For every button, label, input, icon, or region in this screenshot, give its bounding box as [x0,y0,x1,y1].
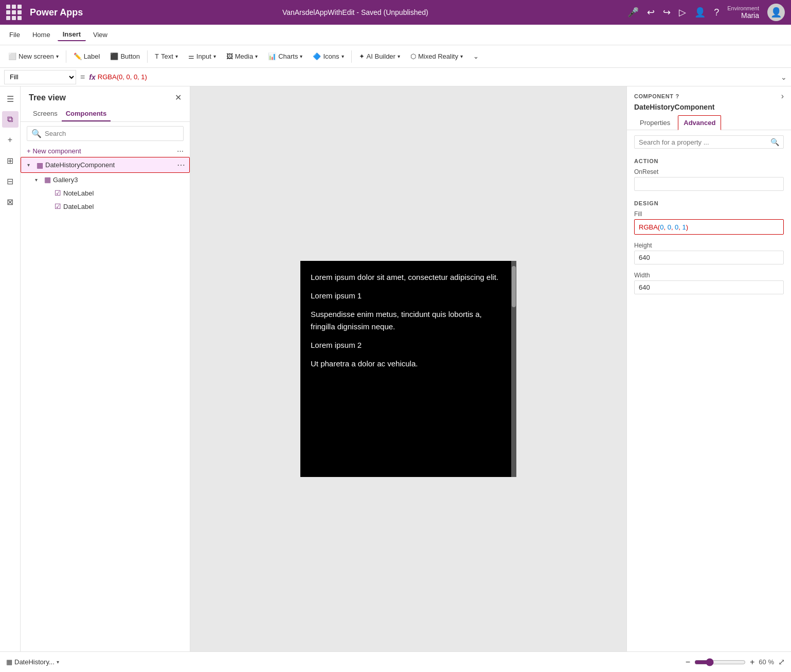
search-icon: 🔍 [770,138,779,146]
help-icon[interactable]: ? [675,93,679,99]
tab-advanced[interactable]: Advanced [678,115,721,130]
tree-item-date-history-component[interactable]: ▾ ▦ DateHistoryComponent ⋯ [21,157,190,173]
menu-file[interactable]: File [4,29,25,41]
menu-view[interactable]: View [88,29,113,41]
icons-button[interactable]: 🔷 Icons ▾ [309,50,348,62]
layers-icon[interactable]: ⧉ [2,111,19,128]
media-button[interactable]: 🖼 Media ▾ [222,50,262,62]
expand-icon[interactable]: ⤢ [778,657,785,667]
zoom-slider[interactable] [694,658,746,666]
bottom-bar: ▦ DateHistory... ▾ − + 60 % ⤢ [0,651,791,672]
menu-bar: File Home Insert View [0,25,791,45]
tree-close-button[interactable]: ✕ [175,93,182,102]
more-button[interactable]: ⌄ [469,50,483,62]
bottom-component-selector[interactable]: ▦ DateHistory... ▾ [6,658,59,666]
tree-header: Tree view ✕ [21,86,190,107]
tree-panel: Tree view ✕ Screens Components 🔍 + New c… [21,86,190,651]
on-reset-label: OnReset [634,168,784,175]
text-button[interactable]: T Text ▾ [151,50,182,62]
app-grid-icon[interactable] [6,5,22,20]
play-icon[interactable]: ▷ [679,7,686,18]
label-icon: ☑ [55,189,61,197]
width-label: Width [634,272,784,279]
microphone-icon[interactable]: 🎤 [627,7,639,18]
canvas-area: Lorem ipsum dolor sit amet, consectetur … [190,86,626,651]
bottom-controls: − + 60 % ⤢ [686,657,785,667]
canvas-text-4: Ut pharetra a dolor ac vehicula. [311,358,506,370]
tree-items: ▾ ▦ DateHistoryComponent ⋯ ▾ ▦ Gallery3 … [21,157,190,651]
database-icon[interactable]: ⊞ [2,152,19,169]
menu-insert[interactable]: Insert [58,28,86,41]
tree-search-input[interactable] [45,130,179,137]
icons-icon: 🔷 [313,52,321,60]
panel-collapse-button[interactable]: › [781,92,784,101]
label-icon: ☑ [55,202,61,210]
component-icon: ▦ [37,161,43,169]
label-button[interactable]: ✏️ Label [69,50,104,62]
formula-value[interactable]: RGBA(0, 0, 0, 1) [98,73,147,81]
on-reset-input[interactable] [634,177,784,191]
formula-expand-icon[interactable]: ⌄ [781,73,787,81]
height-label: Height [634,242,784,249]
button-button[interactable]: ⬛ Button [106,50,144,62]
gallery-icon: ▦ [44,175,51,184]
menu-home[interactable]: Home [27,29,56,41]
input-icon: ⚌ [188,52,194,60]
fill-value-container[interactable]: RGBA(0, 0, 0, 1) [634,219,784,235]
property-dropdown[interactable]: Fill [4,70,76,84]
tree-item-note-label[interactable]: ☑ NoteLabel [21,186,190,200]
undo-icon[interactable]: ↩ [647,7,655,18]
main-layout: ☰ ⧉ + ⊞ ⊟ ⊠ Tree view ✕ Screens Componen… [0,86,791,651]
tab-properties[interactable]: Properties [634,115,676,130]
chevron-down-icon: ▾ [57,659,59,665]
canvas-scrollbar[interactable] [511,261,516,477]
user-icon[interactable]: 👤 [694,7,706,18]
tree-item-label: DateLabel [63,203,94,210]
mixed-reality-button[interactable]: ⬡ Mixed Reality ▾ [406,50,467,62]
help-icon[interactable]: ? [714,7,719,18]
plus-icon[interactable]: + [2,132,19,148]
new-component-more-icon[interactable]: ⋯ [177,147,184,155]
tree-item-label: DateHistoryComponent [45,161,115,169]
input-button[interactable]: ⚌ Input ▾ [184,50,220,62]
canvas-text-1: Lorem ipsum 1 [311,290,506,302]
new-component-button[interactable]: + New component ⋯ [21,145,190,157]
equals-icon: = [78,73,87,82]
variable-icon[interactable]: ⊠ [2,193,19,210]
redo-icon[interactable]: ↪ [663,7,671,18]
ai-builder-button[interactable]: ✦ AI Builder ▾ [355,50,404,62]
new-screen-icon: ⬜ [8,52,16,60]
width-input[interactable] [634,280,784,294]
tab-screens[interactable]: Screens [29,107,62,121]
property-search-input[interactable] [639,138,767,146]
app-logo: Power Apps [30,7,83,18]
component-name: DateHistoryComponent [627,103,791,115]
media-icon: 🖼 [226,52,233,60]
zoom-percentage: 60 % [759,658,774,666]
tab-components[interactable]: Components [62,107,111,121]
environment-info: Environment Maria [727,5,759,20]
charts-button[interactable]: 📊 Charts ▾ [264,50,307,62]
right-panel-tabs: Properties Advanced [627,115,791,130]
text-icon: T [155,52,159,60]
tree-item-gallery3[interactable]: ▾ ▦ Gallery3 [21,173,190,186]
height-field: Height [627,240,791,270]
top-bar-right: 🎤 ↩ ↪ ▷ 👤 ? Environment Maria 👤 [627,4,785,21]
new-screen-button[interactable]: ⬜ New screen ▾ [4,50,63,62]
component-more-button[interactable]: ⋯ [177,160,185,170]
canvas-text-0: Lorem ipsum dolor sit amet, consectetur … [311,271,506,284]
property-search-container: 🔍 [634,135,784,149]
right-panel: COMPONENT ? › DateHistoryComponent Prope… [626,86,791,651]
chevron-down-icon: ⌄ [473,52,479,60]
zoom-minus-button[interactable]: − [686,658,690,667]
canvas-content: Lorem ipsum dolor sit amet, consectetur … [300,261,516,386]
avatar[interactable]: 👤 [767,4,785,21]
component-icon[interactable]: ⊟ [2,173,19,189]
top-bar: Power Apps VanArsdelAppWithEdit - Saved … [0,0,791,25]
height-input[interactable] [634,251,784,264]
tree-item-date-label[interactable]: ☑ DateLabel [21,200,190,213]
hamburger-icon[interactable]: ☰ [2,91,19,107]
zoom-plus-button[interactable]: + [750,658,754,667]
component-name: DateHistory... [14,658,55,666]
search-icon: 🔍 [31,129,42,138]
